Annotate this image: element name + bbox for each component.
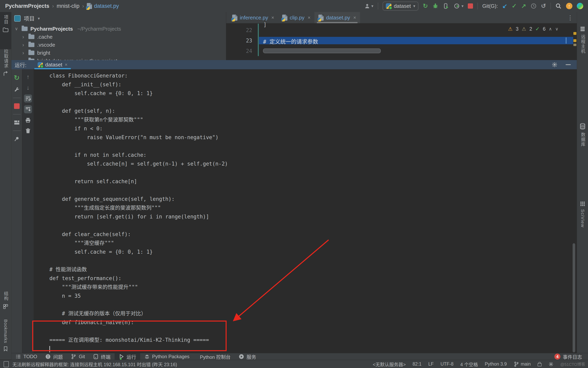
trash-icon[interactable] (24, 127, 32, 135)
tool-window-button--[interactable]: 运行 (114, 353, 140, 360)
tool-window-button-python-packages[interactable]: Python Packages (140, 353, 193, 360)
tree-row[interactable]: ›.vscode (21, 41, 55, 49)
close-icon[interactable]: × (272, 15, 274, 20)
console-vscrollbar[interactable] (573, 243, 575, 352)
git-branch-widget[interactable]: main (514, 361, 531, 367)
status-item[interactable]: <无默认服务器> (373, 361, 406, 368)
editor-tab-dataset-py[interactable]: dataset.py× (314, 12, 360, 23)
tree-item-label: bright-data-serp-api-python-project (37, 58, 117, 60)
sidebar-item-project[interactable]: 项目 (0, 12, 11, 49)
breadcrumb-item[interactable]: mnist-clip (57, 3, 79, 9)
status-item[interactable]: 4 个空格 (460, 361, 478, 368)
error-stripe-mark[interactable] (573, 39, 576, 42)
tab-label: clip.py (290, 15, 305, 21)
editor-body[interactable]: ] 22 23 24 # 定义统一的请求参数 ⚠ 3 ⚠ 2 ✓ 6 ∧ ∨ (226, 23, 577, 60)
stop-icon[interactable] (13, 102, 21, 110)
event-log-button[interactable]: 4事件日志 (554, 353, 588, 360)
git-push-icon[interactable]: ↗ (521, 3, 526, 9)
editor-hscrollbar[interactable] (263, 48, 381, 53)
tree-row[interactable]: ›bright-data-serp-api-python-project (21, 57, 117, 60)
tool-window-button--[interactable]: 问题 (41, 353, 67, 360)
tool-window-button-label: TODO (23, 354, 37, 359)
lock-icon[interactable] (538, 363, 542, 366)
run-tab-label: dataset (45, 62, 62, 68)
sidebar-item-database[interactable]: 数据库 (577, 123, 588, 181)
breadcrumb-item[interactable]: PycharmProjects (5, 3, 49, 9)
error-stripe-mark[interactable] (573, 44, 576, 46)
database-icon (579, 123, 586, 129)
tree-row-root[interactable]: ∨PycharmProjects~/PycharmProjects (14, 25, 121, 33)
status-message[interactable]: 无法刷新远程解释器的框架: 连接到远程主机 192.168.15.101 时出错… (12, 361, 177, 368)
user-icon[interactable]: ▾ (364, 3, 373, 9)
chevron-right-icon[interactable]: › (21, 34, 26, 40)
code-fragment: ] (263, 22, 267, 28)
debug-button[interactable] (432, 3, 439, 9)
status-item[interactable]: UTF-8 (440, 361, 453, 367)
down-stacktrace-icon[interactable]: ↓ (24, 84, 32, 92)
chevron-right-icon[interactable]: › (21, 42, 26, 48)
prev-issue-icon[interactable]: ∧ (549, 27, 552, 32)
git-commit-icon[interactable]: ✓ (512, 3, 517, 9)
chevron-down-icon[interactable]: ∨ (14, 26, 19, 31)
settings-gear-icon[interactable] (552, 62, 558, 68)
run-tab-dataset[interactable]: dataset × (35, 60, 70, 69)
tool-window-button-python-[interactable]: Python 控制台 (193, 353, 234, 360)
run-config-selector[interactable]: dataset ▾ (383, 2, 418, 11)
selected-line[interactable]: # 定义统一的请求参数 (259, 37, 573, 44)
status-item[interactable]: Python 3.9 (485, 361, 507, 367)
rerun-button[interactable]: ↻ (423, 3, 428, 9)
up-stacktrace-icon[interactable]: ↑ (24, 73, 32, 81)
update-notification-icon[interactable]: ↑ (566, 3, 572, 9)
breadcrumb-item[interactable]: dataset.py (87, 3, 119, 9)
search-icon[interactable] (555, 3, 562, 9)
print-icon[interactable] (24, 116, 32, 124)
console-line: raise ValueError("n must be non-negative… (49, 133, 570, 142)
git-history-icon[interactable] (531, 3, 537, 9)
error-stripe-mark[interactable] (573, 32, 576, 35)
status-item[interactable]: LF (428, 361, 434, 367)
sidebar-item-sciview[interactable]: SciView (577, 201, 588, 259)
pin-icon[interactable] (13, 135, 21, 143)
project-panel-header[interactable]: 项目 ▾ (14, 14, 40, 22)
inspection-widget[interactable]: ⚠ 3 ⚠ 2 ✓ 6 ∧ ∨ (508, 26, 558, 32)
tree-row[interactable]: ›.cache (21, 33, 53, 41)
jetbrains-gradient-icon[interactable] (577, 3, 583, 9)
tree-item-label: .cache (37, 34, 53, 40)
sidebar-item-structure[interactable]: 结构 (0, 291, 11, 317)
stop-button[interactable] (468, 3, 473, 9)
close-icon[interactable]: × (65, 62, 68, 67)
console-line: if n not in self.cache: (49, 151, 570, 159)
next-issue-icon[interactable]: ∨ (555, 27, 558, 32)
chevron-right-icon[interactable]: › (21, 50, 26, 56)
tool-window-button-todo[interactable]: TODO (11, 353, 41, 360)
tool-window-button-git[interactable]: Git (67, 353, 89, 360)
console-line (49, 300, 570, 309)
tool-window-button--[interactable]: 服务 (235, 353, 260, 360)
gear-icon[interactable] (548, 362, 553, 367)
tool-window-button--[interactable]: 终端 (89, 353, 114, 360)
more-options-icon[interactable]: ⋮ (567, 12, 577, 23)
sidebar-item-remote-host[interactable]: 远程主机 (577, 26, 588, 92)
run-console-output[interactable]: class FibonacciGenerator: def __init__(s… (38, 69, 570, 353)
console-line: """清空缓存""" (49, 239, 570, 248)
git-update-icon[interactable]: ↙ (502, 3, 507, 9)
close-icon[interactable]: × (353, 15, 356, 20)
status-item[interactable]: 82:1 (412, 361, 421, 367)
wrench-icon[interactable] (13, 86, 21, 94)
profiler-button[interactable]: ▾ (454, 3, 463, 9)
sidebar-item-bookmarks[interactable]: Bookmarks (0, 319, 11, 357)
toolbar-divider (477, 3, 478, 9)
close-icon[interactable]: × (307, 15, 310, 20)
editor-tab-inference-py[interactable]: inference.py× (228, 12, 278, 23)
chevron-right-icon[interactable]: › (21, 58, 26, 60)
coverage-button[interactable] (443, 3, 449, 9)
layout-icon[interactable] (13, 119, 21, 127)
sidebar-item-pull-requests[interactable]: 拉取请求 (0, 49, 11, 81)
editor-tab-clip-py[interactable]: clip.py× (278, 12, 315, 23)
soft-wrap-icon[interactable] (24, 94, 32, 102)
rerun-icon[interactable]: ↻ (13, 74, 21, 82)
tree-row[interactable]: ›bright (21, 49, 50, 57)
minimize-icon[interactable] (566, 64, 571, 65)
git-rollback-icon[interactable]: ↺ (541, 3, 546, 9)
scroll-to-end-icon[interactable] (24, 105, 32, 113)
